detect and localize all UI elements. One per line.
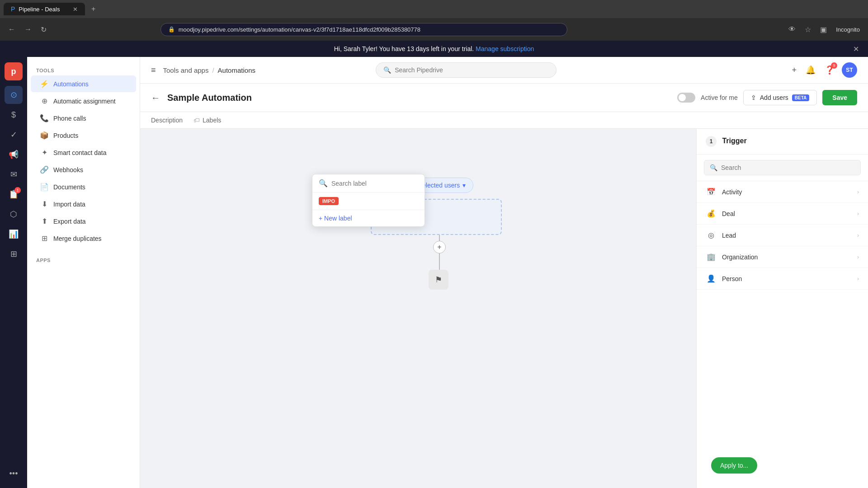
nav-reload-btn[interactable]: ↻: [38, 23, 49, 36]
new-label-btn[interactable]: + New label: [312, 210, 425, 226]
flag-node[interactable]: ⚑: [429, 270, 448, 290]
rail-icon-integrations[interactable]: ⊞: [5, 245, 23, 263]
trigger-item-deal[interactable]: 💰 Deal ›: [697, 203, 868, 225]
nav-forward-btn[interactable]: →: [22, 23, 34, 35]
rail-icon-campaigns[interactable]: 📢: [5, 145, 23, 164]
description-item: Description: [151, 117, 183, 124]
webhooks-icon: 🔗: [40, 165, 49, 174]
rail-icon-more[interactable]: •••: [5, 465, 23, 483]
right-search-box: 🔍: [704, 160, 861, 175]
incognito-label[interactable]: Incognito: [833, 23, 863, 36]
notification-btn[interactable]: ❓ 9: [823, 63, 836, 77]
browser-tab-active[interactable]: P Pipeline - Deals ✕: [4, 3, 85, 15]
banner-text: Hi, Sarah Tyler! You have 13 days left i…: [334, 45, 474, 52]
search-input[interactable]: [395, 66, 549, 74]
sidebar-label-import: Import data: [53, 201, 85, 208]
add-btn[interactable]: +: [790, 64, 798, 77]
canvas-sub-header: Description 🏷 Labels: [140, 112, 868, 129]
rail-icon-reports[interactable]: 📊: [5, 225, 23, 243]
export-icon: ⬆: [40, 217, 49, 225]
header-search[interactable]: 🔍: [376, 62, 557, 78]
rail-icon-activities[interactable]: ✓: [5, 126, 23, 144]
sidebar-item-automatic-assignment[interactable]: ⊕ Automatic assignment: [31, 93, 136, 109]
sidebar-item-products[interactable]: 📦 Products: [31, 127, 136, 144]
deal-label: Deal: [722, 210, 857, 217]
tab-favicon: P: [11, 5, 15, 13]
toggle-slider: [677, 93, 695, 103]
breadcrumb-parent[interactable]: Tools and apps: [163, 66, 209, 74]
add-users-label: Add users: [760, 94, 788, 101]
sidebar-label-export: Export data: [53, 218, 86, 225]
person-chevron: ›: [857, 276, 859, 282]
import-icon: ⬇: [40, 200, 49, 208]
back-btn[interactable]: ←: [151, 93, 160, 103]
rail-icon-deals[interactable]: $: [5, 106, 23, 124]
rail-icon-data[interactable]: ⬡: [5, 205, 23, 223]
sidebar-item-smart-contact[interactable]: ✦ Smart contact data: [31, 144, 136, 161]
nav-back-btn[interactable]: ←: [5, 23, 18, 35]
org-chevron: ›: [857, 254, 859, 260]
assignment-icon: ⊕: [40, 97, 49, 105]
phone-icon: 📞: [40, 114, 49, 122]
sidebar-item-webhooks[interactable]: 🔗 Webhooks: [31, 161, 136, 178]
share-icon: ⇪: [751, 94, 756, 101]
lead-chevron: ›: [857, 232, 859, 239]
trigger-item-organization[interactable]: 🏢 Organization ›: [697, 246, 868, 268]
banner-close-btn[interactable]: ✕: [853, 45, 859, 53]
bell-icon[interactable]: 🔔: [804, 63, 817, 77]
automation-header: ← Sample Automation Active for me ⇪ Add …: [140, 84, 868, 112]
selected-users-label: selected users: [419, 182, 460, 189]
address-bar[interactable]: 🔒 moodjoy.pipedrive.com/settings/automat…: [160, 23, 567, 36]
rail-icon-mail[interactable]: ✉: [5, 165, 23, 183]
browser-profile-icon[interactable]: ▣: [817, 23, 830, 36]
add-node-btn[interactable]: +: [433, 241, 446, 253]
sidebar-item-phone-calls[interactable]: 📞 Phone calls: [31, 110, 136, 127]
trigger-items: 📅 Activity › 💰 Deal › ◎ Le: [697, 181, 868, 443]
right-panel-header: 1 Trigger: [697, 129, 868, 155]
products-icon: 📦: [40, 131, 49, 140]
new-tab-btn[interactable]: +: [87, 2, 100, 16]
labels-search-input[interactable]: [331, 180, 418, 187]
right-search-input[interactable]: [721, 164, 855, 171]
active-toggle[interactable]: [677, 93, 695, 103]
tab-title: Pipeline - Deals: [19, 6, 60, 13]
activity-label: Activity: [722, 188, 857, 196]
save-btn[interactable]: Save: [822, 90, 857, 105]
deal-chevron: ›: [857, 211, 859, 217]
add-users-btn[interactable]: ⇪ Add users BETA: [743, 90, 817, 105]
labels-label[interactable]: Labels: [203, 117, 221, 124]
main-content: ≡ Tools and apps / Automations 🔍 + 🔔 ❓ 9: [140, 57, 868, 488]
canvas-main: 🔍 IMPO + New label: [140, 129, 696, 488]
search-icon: 🔍: [383, 66, 391, 74]
sidebar-item-automations[interactable]: ⚡ Automations: [31, 75, 136, 92]
sidebar-item-import[interactable]: ⬇ Import data: [31, 196, 136, 212]
sidebar-item-merge[interactable]: ⊞ Merge duplicates: [31, 230, 136, 247]
deal-icon: 💰: [706, 209, 717, 218]
bookmark-star-icon[interactable]: ☆: [802, 23, 814, 36]
org-icon: 🏢: [706, 253, 717, 261]
trigger-item-lead[interactable]: ◎ Lead ›: [697, 225, 868, 246]
tab-close-btn[interactable]: ✕: [73, 6, 78, 13]
apply-btn[interactable]: Apply to...: [711, 457, 757, 474]
sidebar-item-documents[interactable]: 📄 Documents: [31, 178, 136, 195]
labels-dropdown: 🔍 IMPO + New label: [312, 174, 425, 227]
trigger-item-person[interactable]: 👤 Person ›: [697, 268, 868, 290]
label-option-impo[interactable]: IMPO: [312, 192, 425, 210]
trial-banner: Hi, Sarah Tyler! You have 13 days left i…: [0, 41, 868, 57]
trigger-item-activity[interactable]: 📅 Activity ›: [697, 181, 868, 203]
description-label[interactable]: Description: [151, 117, 183, 124]
automations-icon: ⚡: [40, 80, 49, 88]
person-label: Person: [722, 275, 857, 282]
sidebar-item-export[interactable]: ⬆ Export data: [31, 213, 136, 230]
browser-tabs: P Pipeline - Deals ✕ +: [0, 0, 868, 18]
hamburger-btn[interactable]: ≡: [151, 66, 156, 75]
manage-subscription-link[interactable]: Manage subscription: [476, 45, 534, 52]
user-avatar[interactable]: ST: [842, 62, 857, 78]
rail-icon-home[interactable]: ⊙: [5, 86, 23, 104]
header-actions: + 🔔 ❓ 9 ST: [790, 62, 857, 78]
rail-icon-contacts[interactable]: 📋 1: [5, 185, 23, 203]
sidebar-label-products: Products: [53, 132, 78, 139]
pipedrive-logo[interactable]: p: [5, 62, 23, 80]
eye-slash-icon[interactable]: 👁: [786, 23, 798, 36]
activity-icon: 📅: [706, 188, 717, 196]
